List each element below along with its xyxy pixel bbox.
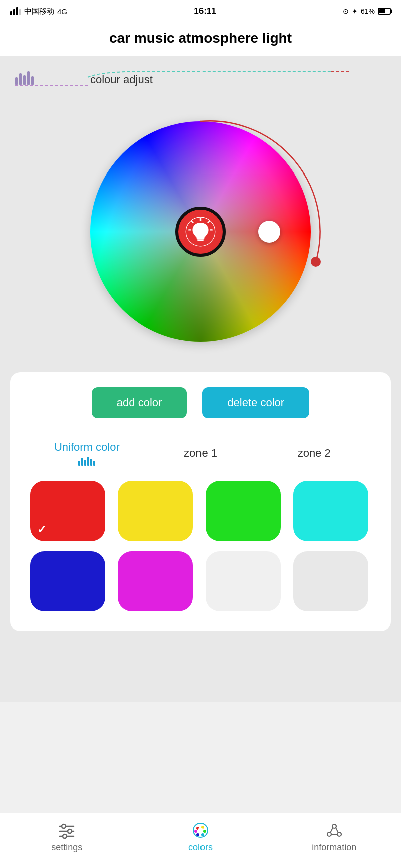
tab-uniform-color[interactable]: Uniform color <box>30 436 144 471</box>
network-label: 4G <box>57 7 67 16</box>
svg-point-20 <box>201 833 204 836</box>
svg-point-15 <box>63 834 67 838</box>
status-right: ⊙ ✦ 61% <box>343 7 391 15</box>
music-tab[interactable] <box>15 71 34 85</box>
zone1-label: zone 1 <box>184 447 217 459</box>
center-bulb-button[interactable] <box>175 207 226 257</box>
status-left: 中国移动 4G <box>10 7 67 16</box>
app-title: car music atmosphere light <box>0 22 401 56</box>
swatch-blue[interactable] <box>30 551 105 611</box>
settings-icon <box>58 821 76 839</box>
svg-point-19 <box>203 830 206 833</box>
color-picker-handle[interactable] <box>258 221 280 243</box>
tab-zone2[interactable]: zone 2 <box>257 442 371 465</box>
colour-adjust-label: colour adjust <box>90 73 153 86</box>
uniform-zone-icon <box>78 456 95 466</box>
colors-icon <box>191 821 210 839</box>
svg-point-21 <box>196 833 199 836</box>
mode-tab-row: colour adjust <box>10 66 391 96</box>
battery-icon <box>378 8 391 15</box>
bulb-icon <box>185 217 216 247</box>
button-row: add color delete color <box>30 387 371 418</box>
swatch-red[interactable] <box>30 481 105 541</box>
swatch-white[interactable] <box>206 551 281 611</box>
nav-colors-label: colors <box>188 842 213 853</box>
carrier-label: 中国移动 <box>24 7 54 16</box>
tab-zone1[interactable]: zone 1 <box>144 442 258 465</box>
svg-line-27 <box>330 828 333 833</box>
tab-decoration-svg <box>10 66 391 96</box>
signal-bars <box>10 7 21 15</box>
time-display: 16:11 <box>194 6 216 16</box>
svg-line-6 <box>208 222 209 223</box>
swatch-grid <box>30 481 371 611</box>
colour-adjust-tab[interactable]: colour adjust <box>90 73 153 86</box>
svg-point-23 <box>198 828 203 833</box>
bluetooth-icon: ✦ <box>352 7 358 15</box>
nav-settings-label: settings <box>51 842 82 853</box>
swatch-green[interactable] <box>206 481 281 541</box>
nav-colors[interactable]: colors <box>134 821 268 853</box>
uniform-color-label: Uniform color <box>54 441 120 454</box>
swatch-cyan[interactable] <box>293 481 368 541</box>
color-wheel-container[interactable] <box>75 106 326 357</box>
svg-point-1 <box>311 257 321 267</box>
add-color-button[interactable]: add color <box>92 387 187 418</box>
swatch-empty <box>293 551 368 611</box>
svg-line-7 <box>192 222 193 223</box>
svg-point-22 <box>194 830 197 833</box>
information-icon <box>325 821 343 839</box>
bottom-nav: settings colors <box>0 813 401 868</box>
svg-line-28 <box>336 828 338 833</box>
status-bar: 中国移动 4G 16:11 ⊙ ✦ 61% <box>0 0 401 22</box>
svg-point-11 <box>62 824 66 828</box>
swatch-yellow[interactable] <box>118 481 193 541</box>
color-panel: add color delete color Uniform color <box>10 372 391 631</box>
main-content: colour adjust <box>0 56 401 702</box>
swatch-magenta[interactable] <box>118 551 193 611</box>
music-bars-icon <box>15 71 34 85</box>
nav-information-label: information <box>312 842 356 853</box>
svg-point-24 <box>332 824 336 828</box>
zone2-label: zone 2 <box>298 447 331 459</box>
nav-settings[interactable]: settings <box>0 821 134 853</box>
svg-point-13 <box>68 829 72 833</box>
battery-percent: 61% <box>361 7 375 15</box>
svg-rect-3 <box>197 238 204 240</box>
svg-rect-4 <box>197 240 204 241</box>
nav-information[interactable]: information <box>267 821 401 853</box>
delete-color-button[interactable]: delete color <box>202 387 309 418</box>
location-icon: ⊙ <box>343 7 349 15</box>
zone-tabs: Uniform color zone 1 zone 2 <box>30 436 371 471</box>
